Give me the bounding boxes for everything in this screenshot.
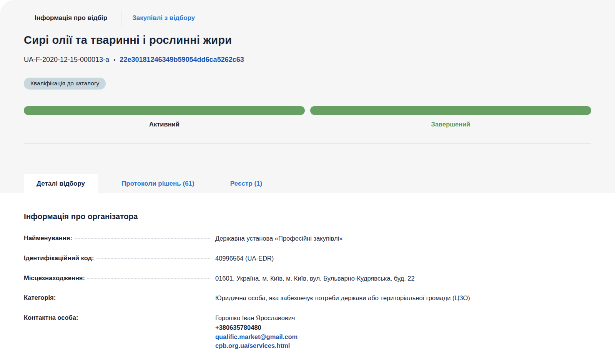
field-label: Ідентифікаційний код: bbox=[24, 254, 94, 262]
organizer-fields: Найменування: Державна установа «Професі… bbox=[24, 229, 591, 356]
tab-selection-details[interactable]: Деталі відбору bbox=[24, 174, 98, 193]
field-label: Найменування: bbox=[24, 234, 72, 242]
tender-id-line: UA-F-2020-12-15-000013-a • 22e3018124634… bbox=[24, 56, 591, 64]
dotted-leader bbox=[58, 298, 209, 298]
tender-hash-link[interactable]: 22e30181246349b59054dd6ca5262c63 bbox=[120, 56, 244, 64]
stage-complete-bar bbox=[310, 106, 591, 115]
field-row-category: Категорія: Юридична особа, яка забезпечу… bbox=[24, 288, 591, 308]
stage-complete-label: Завершений bbox=[310, 121, 591, 128]
field-label: Категорія: bbox=[24, 294, 56, 301]
selection-details-content: Інформація про організатора Найменування… bbox=[0, 193, 615, 356]
dotted-leader bbox=[80, 318, 209, 318]
stage-complete: Завершений bbox=[310, 106, 591, 128]
contact-name: Горошко Іван Ярославович bbox=[215, 314, 591, 322]
field-value: Юридична особа, яка забезпечує потреби д… bbox=[215, 294, 591, 303]
subnav: Інформація про відбір Закупівлі з відбор… bbox=[0, 0, 615, 25]
field-row-contact-person: Контактна особа: Горошко Іван Ярославови… bbox=[24, 308, 591, 356]
field-value: 40996564 (UA-EDR) bbox=[215, 254, 591, 263]
tab-decision-protocols[interactable]: Протоколи рішень (61) bbox=[98, 174, 206, 193]
field-label: Контактна особа: bbox=[24, 314, 78, 321]
subnav-item-purchases-from-selection[interactable]: Закупівлі з відбору bbox=[132, 14, 195, 22]
contact-phone: +380635780480 bbox=[215, 324, 591, 332]
horizontal-divider bbox=[24, 143, 591, 144]
field-row-location: Місцезнаходження: 01601, Україна, м. Киї… bbox=[24, 269, 591, 289]
dotted-leader bbox=[75, 238, 209, 239]
status-progress: Активний Завершений bbox=[24, 106, 591, 128]
field-row-name: Найменування: Державна установа «Професі… bbox=[24, 229, 591, 249]
stage-active-bar bbox=[24, 106, 305, 115]
page-title: Сирі олії та тваринні і рослинні жири bbox=[24, 34, 591, 47]
field-row-id-code: Ідентифікаційний код: 40996564 (UA-EDR) bbox=[24, 249, 591, 269]
subnav-divider bbox=[121, 10, 121, 26]
stage-active: Активний bbox=[24, 106, 305, 128]
organizer-section-heading: Інформація про організатора bbox=[24, 212, 591, 221]
contact-block: Горошко Іван Ярославович +380635780480 q… bbox=[215, 314, 591, 350]
qualification-badge: Кваліфікація до каталогу bbox=[24, 78, 106, 90]
field-value: 01601, Україна, м. Київ, м. Київ, вул. Б… bbox=[215, 274, 591, 283]
dotted-leader bbox=[96, 258, 209, 259]
field-value: Державна установа «Професійні закупівлі» bbox=[215, 234, 591, 243]
dotted-leader bbox=[87, 278, 209, 279]
tender-id: UA-F-2020-12-15-000013-a bbox=[24, 56, 109, 64]
tab-register[interactable]: Реєстр (1) bbox=[206, 174, 274, 193]
field-label: Місцезнаходження: bbox=[24, 274, 85, 282]
selection-header-panel: Інформація про відбір Закупівлі з відбор… bbox=[0, 0, 615, 193]
bullet-separator: • bbox=[113, 57, 115, 63]
contact-email-link[interactable]: qualific.market@gmail.com bbox=[215, 333, 591, 341]
stage-active-label: Активний bbox=[24, 121, 305, 128]
subnav-item-selection-info[interactable]: Інформація про відбір bbox=[35, 14, 107, 22]
contact-website-link[interactable]: cpb.org.ua/services.html bbox=[215, 342, 591, 350]
tabs: Деталі відбору Протоколи рішень (61) Реє… bbox=[24, 174, 274, 193]
